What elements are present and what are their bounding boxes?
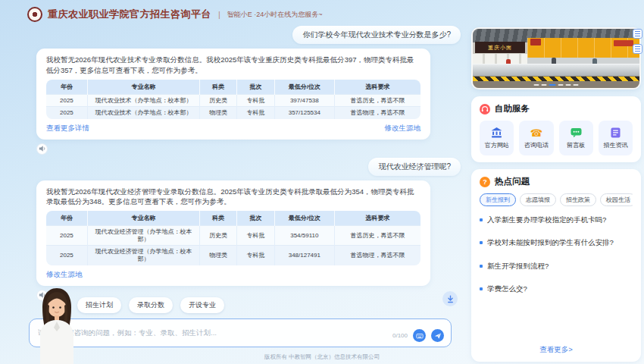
view-more-details-link[interactable]: 查看更多详情 xyxy=(46,124,89,133)
question-item[interactable]: 入学新生要办理学校指定的手机卡吗? xyxy=(480,215,633,224)
sidebar: 重庆小面 自助服务 xyxy=(471,27,641,362)
carousel-dot[interactable] xyxy=(574,84,579,86)
suggestion-chips: 招生计划 录取分数 开设专业 xyxy=(77,297,461,313)
self-service-card: 自助服务 官方网站 ☎ 咨询电话 留言板 xyxy=(471,96,641,162)
scroll-to-bottom-button[interactable] xyxy=(442,291,458,306)
self-service-title: 自助服务 xyxy=(495,103,530,115)
speaker-button-1[interactable] xyxy=(36,143,48,155)
chat-area: 你们学校今年现代农业技术专业分数是多少? 我校暂无2026年现代农业技术专业录取… xyxy=(23,26,461,304)
bot-reply-card-2: 我校暂无2026年现代农业经济管理专业录取分数信息。2025年该专业历史类专科批… xyxy=(36,180,430,286)
char-counter: 0/100 xyxy=(392,332,408,339)
carousel-dot[interactable] xyxy=(542,84,547,86)
table-row: 2025 现代农业经济管理（办学地点：校本部） 历史类 专科批 354/5911… xyxy=(46,226,420,246)
title-divider: | xyxy=(218,10,220,19)
service-phone[interactable]: ☎ 咨询电话 xyxy=(519,121,553,155)
hot-question-tabs: 新生报到 志愿填报 招生政策 校园生活 > xyxy=(480,193,633,206)
chip-majors-offered[interactable]: 开设专业 xyxy=(180,297,224,313)
scores-table-1: 年份 专业名称 科类 批次 最低分/位次 选科要求 2025 现代农业技术（办学… xyxy=(46,80,420,119)
phone-icon: ☎ xyxy=(530,127,542,139)
col-require: 选科要求 xyxy=(334,80,420,95)
hot-questions-title: 热点问题 xyxy=(495,176,530,187)
assistant-avatar xyxy=(35,285,79,364)
tab-campus-life[interactable]: 校园生活 xyxy=(600,193,633,206)
canteen-sign: 重庆小面 xyxy=(475,42,525,53)
campus-photo-carousel: 重庆小面 xyxy=(471,27,641,89)
col-score: 最低分/位次 xyxy=(274,80,334,95)
table-header-row: 年份 专业名称 科类 批次 最低分/位次 选科要求 xyxy=(46,80,420,95)
change-origin-link[interactable]: 修改生源地 xyxy=(385,124,421,133)
speaker-icon xyxy=(39,145,46,152)
question-item[interactable]: 新生开学报到流程? xyxy=(480,262,633,271)
keyboard-icon xyxy=(416,332,424,340)
floating-widgets xyxy=(633,29,642,54)
document-icon xyxy=(611,127,621,139)
platform-title: 重庆农业职业学院官方招生咨询平台 xyxy=(48,8,211,21)
bot-reply-text: 我校暂无2026年现代农业经济管理专业录取分数信息。2025年该专业历史类专科批… xyxy=(46,187,420,208)
tab-application[interactable]: 志愿填报 xyxy=(520,193,556,206)
carousel-dot-active[interactable] xyxy=(549,84,556,86)
question-item[interactable]: 学费怎么交? xyxy=(480,284,633,293)
service-official-website[interactable]: 官方网站 xyxy=(480,121,514,155)
col-major: 专业名称 xyxy=(87,80,199,95)
send-button[interactable] xyxy=(431,329,444,342)
chip-admission-scores[interactable]: 录取分数 xyxy=(129,297,173,313)
list-icon xyxy=(635,31,640,36)
voice-keyboard-button[interactable] xyxy=(413,329,426,342)
floating-widget-top[interactable] xyxy=(633,29,642,39)
arrow-down-icon xyxy=(446,295,455,303)
user-bubble: 你们学校今年现代农业技术专业分数是多少? xyxy=(292,26,461,44)
service-admission-news[interactable]: 招生资讯 xyxy=(599,121,633,155)
bullet-icon xyxy=(480,241,483,244)
service-message-board[interactable]: 留言板 xyxy=(559,121,593,155)
counter xyxy=(473,64,639,76)
carousel-dot[interactable] xyxy=(534,84,539,86)
send-icon xyxy=(434,332,442,340)
chat-bubble-icon xyxy=(571,127,582,139)
question-list: 入学新生要办理学校指定的手机卡吗? 学校对未能按时报到的学生有什么安排? 新生开… xyxy=(480,215,633,345)
striped-rail xyxy=(473,77,639,81)
list-icon xyxy=(635,46,640,52)
school-logo-icon xyxy=(27,7,42,22)
carousel-dots xyxy=(534,84,579,86)
col-subject: 科类 xyxy=(200,80,237,95)
user-message-2: 现代农业经济管理呢? xyxy=(23,158,461,176)
headset-icon xyxy=(480,104,490,115)
floating-widget-bottom[interactable] xyxy=(633,44,642,54)
col-batch: 批次 xyxy=(237,80,274,95)
assistant-tagline: 智能小E ·24小时在线为您服务~ xyxy=(227,10,323,20)
message-input[interactable] xyxy=(38,328,326,337)
bullet-icon xyxy=(480,218,483,221)
chip-enrollment-plan[interactable]: 招生计划 xyxy=(77,297,121,313)
question-item[interactable]: 学校对未能按时报到的学生有什么安排? xyxy=(480,238,633,247)
composer: 招生计划 录取分数 开设专业 0/100 xyxy=(23,297,461,347)
table-row: 2025 现代农业技术（办学地点：校本部） 物理类 专科批 357/125534… xyxy=(46,107,420,119)
tab-new-student-checkin[interactable]: 新生报到 xyxy=(480,193,516,206)
table-header-row: 年份 专业名称 科类 批次 最低分/位次 选科要求 xyxy=(46,211,420,226)
bot-reply-card-1: 我校暂无2026年现代农业技术专业录取分数信息。我校2025年该专业重庆历史类专… xyxy=(36,49,430,140)
bullet-icon xyxy=(480,287,483,290)
bullet-icon xyxy=(480,265,483,268)
bank-icon xyxy=(491,127,502,139)
message-input-container: 0/100 xyxy=(29,318,452,347)
question-badge-icon: ? xyxy=(480,177,490,187)
table-row: 2025 现代农业经济管理（办学地点：校本部） 物理类 专科批 348/1274… xyxy=(46,246,420,265)
service-tiles: 官方网站 ☎ 咨询电话 留言板 招生资讯 xyxy=(480,121,633,155)
view-more-link[interactable]: 查看更多> xyxy=(480,345,633,355)
page: 重庆农业职业学院官方招生咨询平台 | 智能小E ·24小时在线为您服务~ 你们学… xyxy=(0,0,644,364)
carousel-dot[interactable] xyxy=(558,84,564,86)
col-year: 年份 xyxy=(46,80,87,95)
tab-admission-policy[interactable]: 招生政策 xyxy=(560,193,596,206)
user-message-1: 你们学校今年现代农业技术专业分数是多少? xyxy=(23,26,461,44)
table-row: 2025 现代农业技术（办学地点：校本部） 历史类 专科批 397/47538 … xyxy=(46,94,420,107)
scores-table-2: 年份 专业名称 科类 批次 最低分/位次 选科要求 2025 现代农业经济管理（… xyxy=(46,211,420,265)
header: 重庆农业职业学院官方招生咨询平台 | 智能小E ·24小时在线为您服务~ xyxy=(27,7,323,22)
carousel-dot[interactable] xyxy=(566,84,571,86)
hot-questions-card: ? 热点问题 新生报到 志愿填报 招生政策 校园生活 > 入学新生要办理学校指定… xyxy=(471,169,641,362)
bot-reply-text: 我校暂无2026年现代农业技术专业录取分数信息。我校2025年该专业重庆历史类专… xyxy=(46,55,420,76)
change-origin-link[interactable]: 修改生源地 xyxy=(46,270,83,280)
user-bubble: 现代农业经济管理呢? xyxy=(368,158,461,176)
